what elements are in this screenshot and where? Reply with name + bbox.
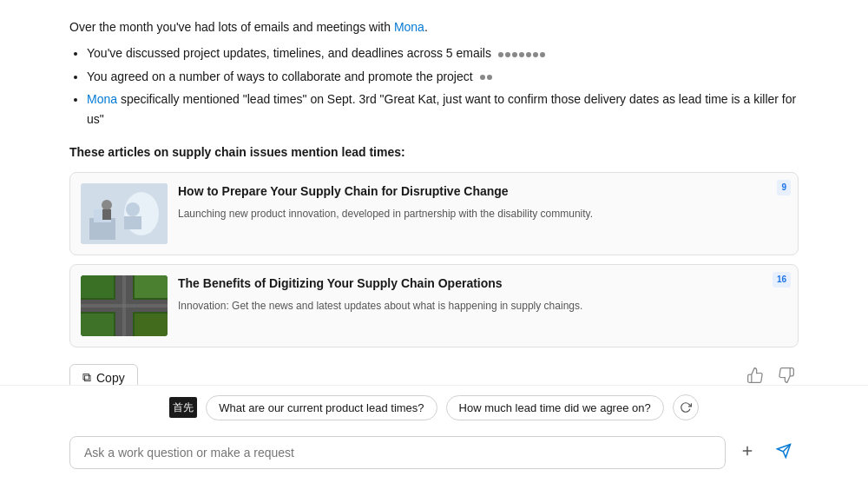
- feedback-icons: [743, 363, 799, 385]
- copy-label: Copy: [96, 371, 125, 385]
- article-card-1[interactable]: How to Prepare Your Supply Chain for Dis…: [69, 172, 799, 255]
- svg-rect-5: [124, 216, 141, 229]
- send-icon: [776, 443, 792, 459]
- svg-point-6: [102, 200, 112, 210]
- suggestions-bar: 首先 What are our current product lead tim…: [0, 385, 868, 429]
- message-content: Over the month you've had lots of emails…: [69, 17, 799, 385]
- email-dots-2: [480, 75, 492, 80]
- svg-rect-15: [81, 314, 114, 336]
- dot: [487, 75, 492, 80]
- refresh-button[interactable]: [673, 394, 699, 420]
- dot: [533, 52, 538, 57]
- mona-link[interactable]: Mona: [394, 20, 424, 34]
- copy-button[interactable]: ⧉ Copy: [69, 364, 138, 385]
- chat-area: Over the month you've had lots of emails…: [0, 0, 868, 385]
- bullet-list: You've discussed project updates, timeli…: [87, 43, 799, 129]
- dot: [526, 52, 531, 57]
- intro-paragraph: Over the month you've had lots of emails…: [69, 17, 799, 36]
- article-desc-1: Launching new product innovation, develo…: [178, 206, 787, 222]
- article-info-1: How to Prepare Your Supply Chain for Dis…: [178, 183, 787, 222]
- svg-rect-16: [135, 314, 168, 336]
- bullet1-text: You've discussed project updates, timeli…: [87, 46, 491, 60]
- email-dots-1: [498, 52, 545, 57]
- svg-rect-12: [81, 304, 168, 308]
- send-button[interactable]: [769, 440, 799, 466]
- input-bar: [0, 429, 868, 483]
- article-badge-2: 16: [773, 272, 791, 288]
- thumbs-up-icon: [746, 367, 764, 384]
- bullet2-text: You agreed on a number of ways to collab…: [87, 69, 473, 83]
- mona-link-2[interactable]: Mona: [87, 92, 117, 106]
- svg-rect-14: [135, 275, 168, 298]
- thumbs-up-button[interactable]: [743, 363, 767, 385]
- bullet-item-2: You agreed on a number of ways to collab…: [87, 67, 799, 86]
- svg-point-4: [126, 202, 140, 216]
- kanji-text: 首先: [173, 400, 194, 415]
- dot: [519, 52, 524, 57]
- article-title-2: The Benefits of Digitizing Your Supply C…: [178, 275, 787, 293]
- bullet-item-3: Mona specifically mentioned "lead times"…: [87, 89, 799, 129]
- aerial-svg: [81, 275, 168, 336]
- article-title-1: How to Prepare Your Supply Chain for Dis…: [178, 183, 787, 201]
- refresh-icon: [680, 401, 692, 414]
- dot: [512, 52, 517, 57]
- article-info-2: The Benefits of Digitizing Your Supply C…: [178, 275, 787, 314]
- intro-text: Over the month you've had lots of emails…: [69, 20, 391, 34]
- dot: [540, 52, 545, 57]
- article-thumbnail-1: [81, 183, 168, 244]
- kanji-icon: 首先: [169, 397, 197, 418]
- main-container: Over the month you've had lots of emails…: [0, 0, 868, 483]
- bullet3-text: specifically mentioned "lead times" on S…: [87, 92, 796, 125]
- article-thumbnail-2: [81, 275, 168, 336]
- bullet-item-1: You've discussed project updates, timeli…: [87, 43, 799, 63]
- articles-section: These articles on supply chain issues me…: [69, 142, 799, 347]
- dot: [505, 52, 510, 57]
- copy-icon: ⧉: [82, 370, 91, 385]
- article-badge-1: 9: [777, 180, 791, 195]
- article-card-2[interactable]: The Benefits of Digitizing Your Supply C…: [69, 264, 799, 347]
- article-desc-2: Innovation: Get the news and latest upda…: [178, 298, 787, 314]
- chat-input[interactable]: [69, 436, 726, 469]
- dot: [498, 52, 503, 57]
- dot: [480, 75, 485, 80]
- suggestion-chip-1[interactable]: What are our current product lead times?: [206, 395, 437, 420]
- office-svg: [81, 183, 168, 244]
- articles-heading: These articles on supply chain issues me…: [69, 142, 799, 162]
- suggestion-chip-2[interactable]: How much lead time did we agree on?: [446, 395, 664, 420]
- office-thumbnail: [81, 183, 168, 244]
- svg-rect-13: [81, 275, 114, 298]
- svg-rect-7: [102, 209, 111, 220]
- thumbs-down-icon: [778, 367, 795, 384]
- action-bar: ⧉ Copy: [69, 356, 799, 385]
- thumbs-down-button[interactable]: [774, 363, 799, 385]
- plus-icon: [740, 443, 755, 459]
- add-button[interactable]: [733, 440, 762, 466]
- aerial-thumbnail: [81, 275, 168, 336]
